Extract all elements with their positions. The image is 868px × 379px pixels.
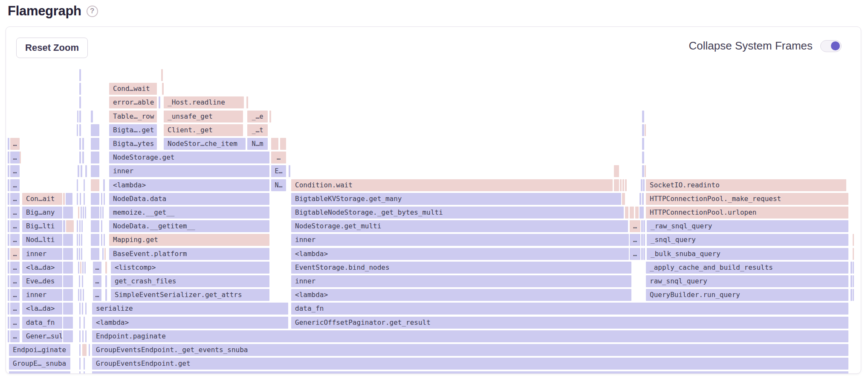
flame-frame[interactable] (8, 303, 9, 315)
flame-frame[interactable] (645, 124, 646, 136)
flame-frame[interactable] (8, 193, 9, 205)
flame-frame[interactable]: … (10, 152, 20, 163)
flame-frame[interactable] (8, 275, 9, 287)
flame-frame[interactable]: … (93, 262, 101, 274)
flame-frame[interactable] (66, 193, 72, 205)
flame-frame[interactable] (851, 262, 852, 274)
flame-frame[interactable]: get_crash_files (111, 275, 269, 287)
flame-frame[interactable] (81, 248, 82, 260)
flame-frame[interactable] (79, 124, 81, 136)
flame-frame[interactable] (642, 152, 644, 163)
flame-frame[interactable] (91, 111, 93, 122)
flame-frame[interactable] (63, 303, 73, 315)
flame-frame[interactable] (77, 124, 78, 136)
flame-frame[interactable] (8, 207, 9, 219)
flame-frame[interactable] (63, 275, 73, 287)
flame-frame[interactable]: … (10, 317, 20, 329)
flame-frame[interactable] (79, 371, 81, 373)
flame-frame[interactable]: NodeData.data (109, 193, 269, 205)
flame-frame[interactable] (162, 83, 164, 95)
flame-frame[interactable]: … (630, 220, 640, 232)
flame-frame[interactable] (82, 152, 84, 163)
flame-frame[interactable] (625, 179, 627, 191)
flame-frame[interactable] (79, 317, 81, 329)
flame-frame[interactable]: … (10, 248, 20, 260)
flame-frame[interactable] (82, 138, 84, 150)
flame-frame[interactable] (91, 165, 99, 177)
flame-frame[interactable] (91, 234, 99, 246)
flame-frame[interactable] (635, 207, 639, 219)
flame-frame[interactable] (79, 69, 81, 81)
flame-frame[interactable] (159, 96, 160, 108)
flame-frame[interactable]: <lambda> (109, 179, 269, 191)
flame-frame[interactable] (79, 220, 81, 232)
flame-frame[interactable] (79, 248, 80, 260)
flame-frame[interactable] (79, 234, 80, 246)
flame-frame[interactable] (91, 152, 99, 163)
flame-frame[interactable] (8, 138, 9, 150)
flame-frame[interactable] (85, 303, 87, 315)
flame-frame[interactable] (8, 179, 9, 191)
flame-frame[interactable] (63, 289, 73, 301)
flame-frame[interactable]: Big…any (22, 207, 62, 219)
flame-frame[interactable] (84, 179, 85, 191)
flame-frame[interactable] (77, 179, 78, 191)
flame-frame[interactable] (83, 289, 84, 301)
flame-frame[interactable]: … (630, 248, 640, 260)
flame-frame[interactable] (79, 83, 81, 95)
flame-frame[interactable] (614, 165, 619, 177)
flame-frame[interactable]: Big…lti (22, 220, 62, 232)
flame-frame[interactable] (82, 303, 83, 315)
flame-frame[interactable]: … (93, 289, 101, 301)
flame-frame[interactable] (82, 262, 84, 274)
flame-frame[interactable]: GenericOffsetPaginator.get_result (291, 317, 848, 329)
flame-frame[interactable]: _bulk_snuba_query (647, 248, 848, 260)
flame-frame[interactable] (8, 330, 9, 342)
flame-frame[interactable] (79, 275, 80, 287)
flame-frame[interactable] (8, 262, 9, 274)
flame-frame[interactable] (85, 207, 86, 219)
flame-frame[interactable] (81, 220, 83, 232)
flame-frame[interactable]: NodeStorage.get (109, 152, 269, 163)
flame-frame[interactable] (105, 262, 107, 274)
flame-frame[interactable] (63, 262, 73, 274)
flame-frame[interactable] (63, 330, 73, 342)
flame-frame[interactable]: error…able (109, 96, 157, 108)
flame-frame[interactable]: Con…ait (22, 193, 62, 205)
flame-frame[interactable] (80, 289, 81, 301)
flame-frame[interactable] (79, 96, 81, 108)
flame-frame[interactable] (79, 152, 81, 163)
flame-frame[interactable] (78, 289, 79, 301)
flame-frame[interactable]: Gener…sult (22, 330, 62, 342)
flame-frame[interactable] (641, 234, 643, 246)
flame-frame[interactable] (271, 138, 278, 150)
flame-frame[interactable] (77, 111, 78, 122)
flame-frame[interactable]: … (10, 220, 20, 232)
flame-frame[interactable] (620, 179, 622, 191)
flame-frame[interactable] (853, 275, 854, 287)
flame-frame[interactable] (83, 207, 84, 219)
flame-frame[interactable]: inner (22, 248, 62, 260)
flame-frame[interactable]: HTTPConnectionPool._make_request (646, 193, 848, 205)
flame-frame[interactable] (853, 262, 854, 274)
flame-frame[interactable] (161, 69, 163, 81)
flame-frame[interactable] (78, 262, 79, 274)
flame-frame[interactable] (8, 248, 9, 260)
flame-frame[interactable] (84, 193, 85, 205)
flame-frame[interactable]: _raw_snql_query (647, 220, 848, 232)
flame-frame[interactable] (643, 220, 645, 232)
flame-frame[interactable]: GroupEventsEndpoint._get_events_snuba (92, 344, 848, 356)
flame-frame[interactable] (63, 317, 73, 329)
flame-frame[interactable] (642, 193, 644, 205)
flame-frame[interactable]: Client._get (164, 124, 243, 136)
flame-frame[interactable] (77, 220, 78, 232)
flame-frame[interactable]: _Host.readline (164, 96, 244, 108)
flame-frame[interactable] (642, 124, 644, 136)
flame-frame[interactable] (8, 220, 9, 232)
flame-frame[interactable]: Condition.wait (291, 179, 613, 191)
flame-frame[interactable]: QueryBuilder.run_query (646, 289, 848, 301)
flame-frame[interactable]: <listcomp> (111, 262, 269, 274)
flame-frame[interactable] (63, 234, 73, 246)
flame-frame[interactable] (63, 220, 65, 232)
flame-frame[interactable]: … (10, 234, 20, 246)
